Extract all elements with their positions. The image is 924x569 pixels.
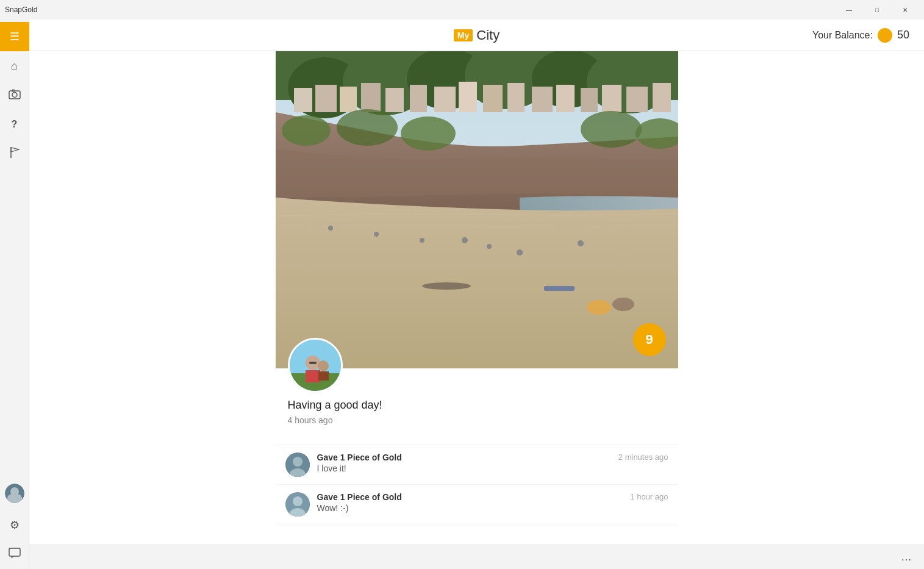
- sidebar-flag-button[interactable]: [0, 139, 29, 168]
- camera-icon: [9, 88, 21, 103]
- post-author-avatar: [288, 338, 343, 393]
- svg-point-29: [282, 115, 331, 146]
- svg-point-36: [420, 238, 424, 243]
- home-icon: ⌂: [11, 60, 18, 73]
- svg-rect-27: [626, 87, 648, 112]
- sidebar-settings-button[interactable]: ⚙: [0, 510, 29, 540]
- close-button[interactable]: ✕: [891, 0, 919, 20]
- svg-point-38: [487, 244, 492, 249]
- commenter-avatar-1: [285, 453, 310, 477]
- minimize-button[interactable]: —: [835, 0, 863, 20]
- comment-body-1: Gave 1 Piece of Gold 2 minutes ago I lov…: [317, 453, 668, 473]
- svg-point-39: [517, 249, 523, 256]
- svg-rect-20: [459, 82, 477, 112]
- comment-time-2: 1 hour ago: [630, 492, 668, 501]
- flag-icon: [9, 146, 20, 162]
- sidebar-chat-button[interactable]: [0, 540, 29, 569]
- comment-list: Gave 1 Piece of Gold 2 minutes ago I lov…: [276, 445, 678, 524]
- svg-rect-51: [309, 362, 317, 364]
- svg-rect-23: [532, 87, 553, 112]
- svg-point-53: [293, 457, 303, 467]
- post-image: [276, 51, 678, 368]
- commenter-avatar-2: [285, 492, 310, 517]
- svg-point-30: [337, 109, 398, 146]
- post-time: 4 hours ago: [288, 415, 666, 425]
- comment-text-1: I love it!: [317, 463, 668, 473]
- svg-rect-21: [483, 85, 503, 112]
- main-scroll[interactable]: 9: [29, 51, 924, 545]
- svg-rect-15: [340, 87, 357, 112]
- svg-rect-17: [385, 88, 404, 112]
- more-button[interactable]: …: [896, 548, 917, 566]
- svg-point-41: [422, 282, 471, 290]
- title-bar: SnapGold — □ ✕: [0, 0, 924, 20]
- comment-text-2: Wow! :-): [317, 503, 668, 513]
- title-bar-controls: — □ ✕: [835, 0, 919, 20]
- coin-icon: [878, 28, 892, 43]
- app-name: SnapGold: [5, 5, 37, 14]
- svg-point-49: [318, 360, 329, 371]
- app-layout: ☰ ⌂ ?: [0, 20, 924, 569]
- comment-item: Gave 1 Piece of Gold 2 minutes ago I lov…: [276, 445, 678, 485]
- svg-rect-25: [581, 88, 598, 112]
- menu-icon: ☰: [10, 30, 20, 43]
- comment-top-2: Gave 1 Piece of Gold 1 hour ago: [317, 492, 668, 502]
- feed-container: 9: [276, 51, 678, 545]
- title-bar-left: SnapGold: [5, 5, 37, 14]
- svg-point-35: [374, 232, 379, 237]
- svg-rect-26: [602, 85, 621, 112]
- more-icon: …: [901, 551, 912, 563]
- svg-rect-48: [306, 370, 320, 382]
- content-area: My City Your Balance: 50: [29, 20, 924, 569]
- comment-top-1: Gave 1 Piece of Gold 2 minutes ago: [317, 453, 668, 462]
- comment-body-2: Gave 1 Piece of Gold 1 hour ago Wow! :-): [317, 492, 668, 513]
- svg-point-42: [587, 300, 611, 315]
- post-caption: Having a good day!: [288, 399, 666, 412]
- svg-rect-24: [556, 85, 575, 112]
- svg-rect-19: [434, 87, 456, 112]
- comment-action-2: Gave 1 Piece of Gold: [317, 492, 402, 502]
- svg-rect-16: [361, 83, 381, 112]
- help-icon: ?: [12, 119, 18, 130]
- comment-item-2: Gave 1 Piece of Gold 1 hour ago Wow! :-): [276, 485, 678, 524]
- sidebar: ☰ ⌂ ?: [0, 20, 29, 569]
- chat-icon: [9, 548, 21, 562]
- svg-point-37: [462, 237, 468, 243]
- sidebar-camera-button[interactable]: [0, 81, 29, 110]
- settings-icon: ⚙: [10, 518, 20, 532]
- balance-display: Your Balance: 50: [812, 28, 909, 43]
- svg-rect-4: [9, 548, 20, 556]
- svg-point-31: [401, 116, 456, 151]
- svg-point-40: [578, 240, 584, 246]
- my-badge: My: [454, 29, 473, 41]
- header-title: My City: [454, 27, 500, 43]
- balance-label: Your Balance:: [812, 30, 873, 41]
- sidebar-menu-button[interactable]: ☰: [0, 22, 29, 51]
- svg-point-56: [293, 496, 303, 506]
- svg-rect-18: [410, 85, 427, 112]
- post-image-wrapper: 9: [276, 51, 678, 368]
- user-avatar[interactable]: [5, 484, 24, 503]
- post-badge: 9: [633, 323, 666, 356]
- comment-action-1: Gave 1 Piece of Gold: [317, 453, 402, 462]
- comment-time-1: 2 minutes ago: [618, 453, 668, 462]
- bottom-bar: …: [29, 545, 924, 569]
- svg-rect-44: [544, 286, 575, 291]
- maximize-button[interactable]: □: [863, 0, 891, 20]
- svg-rect-14: [315, 85, 337, 112]
- post-card: 9: [276, 51, 678, 524]
- svg-rect-13: [294, 88, 312, 112]
- svg-point-34: [328, 226, 333, 231]
- city-label: City: [476, 27, 500, 43]
- svg-point-1: [12, 92, 17, 97]
- svg-rect-22: [507, 83, 525, 112]
- svg-rect-50: [318, 371, 329, 381]
- svg-point-43: [612, 298, 634, 311]
- sidebar-help-button[interactable]: ?: [0, 110, 29, 139]
- balance-amount: 50: [897, 29, 909, 41]
- svg-rect-28: [653, 83, 671, 112]
- sidebar-home-button[interactable]: ⌂: [0, 51, 29, 81]
- svg-point-32: [581, 111, 642, 148]
- app-header: My City Your Balance: 50: [29, 20, 924, 51]
